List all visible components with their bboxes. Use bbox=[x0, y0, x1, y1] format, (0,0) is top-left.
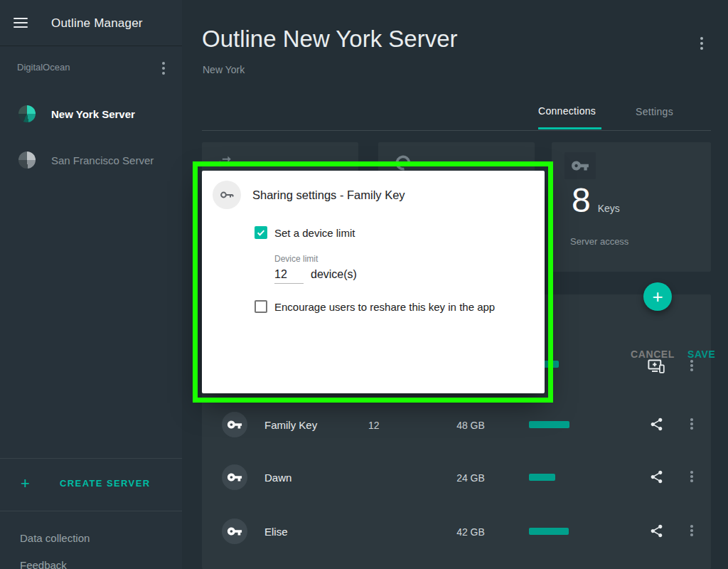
device-limit-input[interactable] bbox=[274, 268, 304, 284]
check-icon bbox=[256, 228, 266, 238]
dialog-title: Sharing settings - Family Key bbox=[252, 188, 405, 202]
plus-icon: + bbox=[21, 474, 30, 493]
usage-cell: 48 GB bbox=[446, 420, 495, 431]
plus-icon: + bbox=[652, 287, 663, 306]
row-kebab-icon[interactable] bbox=[690, 418, 693, 431]
usage-bar bbox=[529, 474, 555, 481]
tab-connections[interactable]: Connections bbox=[538, 105, 596, 117]
server-options-kebab-icon[interactable] bbox=[700, 37, 703, 52]
reshare-checkbox-label: Encourage users to reshare this key in t… bbox=[274, 301, 495, 313]
device-limit-checkbox-label: Set a device limit bbox=[274, 227, 355, 239]
cancel-button[interactable]: CANCEL bbox=[631, 349, 675, 360]
device-limit-suffix: device(s) bbox=[311, 268, 357, 281]
key-avatar bbox=[222, 412, 247, 437]
key-name: Dawn bbox=[264, 472, 291, 484]
row-kebab-icon[interactable] bbox=[690, 471, 693, 484]
provider-kebab-icon[interactable] bbox=[162, 62, 165, 77]
feedback-link[interactable]: Feedback bbox=[20, 559, 67, 569]
tabs-divider bbox=[202, 130, 711, 131]
keys-caption: Server access bbox=[570, 236, 628, 247]
tab-settings[interactable]: Settings bbox=[636, 106, 673, 117]
sidebar: Outline Manager DigitalOcean New York Se… bbox=[0, 0, 182, 569]
key-name: Elise bbox=[264, 526, 288, 538]
page-subtitle: New York bbox=[203, 64, 245, 75]
share-icon[interactable] bbox=[649, 523, 664, 541]
active-tab-underline bbox=[538, 127, 601, 129]
keys-unit-label: Keys bbox=[598, 203, 620, 214]
device-limit-field-label: Device limit bbox=[274, 254, 318, 264]
provider-label: DigitalOcean bbox=[17, 62, 70, 73]
usage-bar bbox=[529, 528, 569, 535]
sidebar-header: Outline Manager bbox=[0, 0, 182, 46]
page-title: Outline New York Server bbox=[202, 26, 458, 53]
key-icon bbox=[213, 181, 241, 209]
sidebar-item-san-francisco-server[interactable]: San Francisco Server bbox=[51, 154, 154, 166]
share-icon[interactable] bbox=[649, 417, 664, 435]
usage-cell: 24 GB bbox=[446, 472, 495, 484]
reshare-checkbox[interactable] bbox=[255, 300, 267, 313]
create-server-label: CREATE SERVER bbox=[60, 478, 151, 489]
usage-cell: 42 GB bbox=[446, 526, 495, 538]
save-button[interactable]: SAVE bbox=[687, 349, 716, 360]
key-avatar bbox=[222, 464, 247, 490]
device-limit-checkbox[interactable] bbox=[255, 226, 267, 239]
data-collection-link[interactable]: Data collection bbox=[20, 532, 90, 544]
connect-device-icon[interactable] bbox=[647, 357, 665, 378]
sharing-settings-dialog: Sharing settings - Family Key Set a devi… bbox=[202, 171, 545, 393]
keys-count: 8 bbox=[572, 184, 591, 218]
create-server-button[interactable]: + CREATE SERVER bbox=[0, 458, 182, 511]
row-kebab-icon[interactable] bbox=[690, 360, 693, 373]
device-limit-cell: 12 bbox=[368, 420, 380, 431]
key-icon bbox=[564, 152, 596, 179]
add-key-fab-button[interactable]: + bbox=[643, 282, 672, 311]
keys-card: 8 Keys Server access bbox=[552, 142, 711, 272]
sidebar-item-new-york-server[interactable]: New York Server bbox=[51, 108, 135, 120]
row-kebab-icon[interactable] bbox=[690, 525, 693, 538]
server-avatar-new-york[interactable] bbox=[18, 105, 36, 122]
key-name: Family Key bbox=[264, 419, 317, 431]
key-avatar bbox=[222, 519, 247, 544]
app-title: Outline Manager bbox=[51, 16, 143, 31]
usage-bar bbox=[529, 421, 569, 428]
menu-icon[interactable] bbox=[14, 18, 28, 28]
server-avatar-san-francisco[interactable] bbox=[18, 151, 36, 169]
share-icon[interactable] bbox=[649, 469, 664, 487]
